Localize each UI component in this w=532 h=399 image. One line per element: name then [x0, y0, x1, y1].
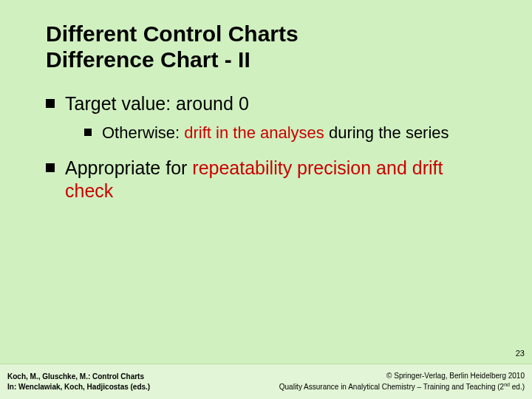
bullet-2: Appropriate for repeatability precision …: [46, 157, 495, 203]
footer-right-line1: © Springer-Verlag, Berlin Heidelberg 201…: [386, 372, 525, 380]
title-line-1: Different Control Charts: [46, 21, 299, 46]
footer-right-sup: nd: [504, 382, 510, 387]
footer: Koch, M., Gluschke, M.: Control Charts I…: [0, 364, 532, 399]
footer-right-line2b: ed.): [510, 383, 525, 391]
bullet-1-sub-prefix: Otherwise:: [102, 123, 184, 142]
title-line-2: Difference Chart - II: [46, 47, 250, 72]
footer-right: © Springer-Verlag, Berlin Heidelberg 201…: [279, 371, 525, 392]
footer-left-line1: Koch, M., Gluschke, M.: Control Charts: [7, 372, 144, 381]
footer-left-line2: In: Wenclawiak, Koch, Hadjicostas (eds.): [7, 383, 150, 391]
bullet-1-text: Target value: around 0: [65, 93, 249, 114]
bullet-2-prefix: Appropriate for: [65, 157, 192, 178]
bullet-1-sub-red: drift in the analyses: [184, 123, 324, 142]
page-number: 23: [516, 349, 525, 358]
bullet-1-sub-suffix: during the series: [324, 123, 449, 142]
slide: Different Control Charts Difference Char…: [0, 0, 532, 399]
slide-title: Different Control Charts Difference Char…: [46, 21, 495, 73]
slide-content: Target value: around 0 Otherwise: drift …: [46, 92, 495, 202]
footer-right-line2a: Quality Assurance in Analytical Chemistr…: [279, 383, 504, 391]
footer-left: Koch, M., Gluschke, M.: Control Charts I…: [7, 372, 150, 392]
bullet-1: Target value: around 0 Otherwise: drift …: [46, 92, 495, 143]
bullet-1-sub: Otherwise: drift in the analyses during …: [84, 123, 495, 143]
